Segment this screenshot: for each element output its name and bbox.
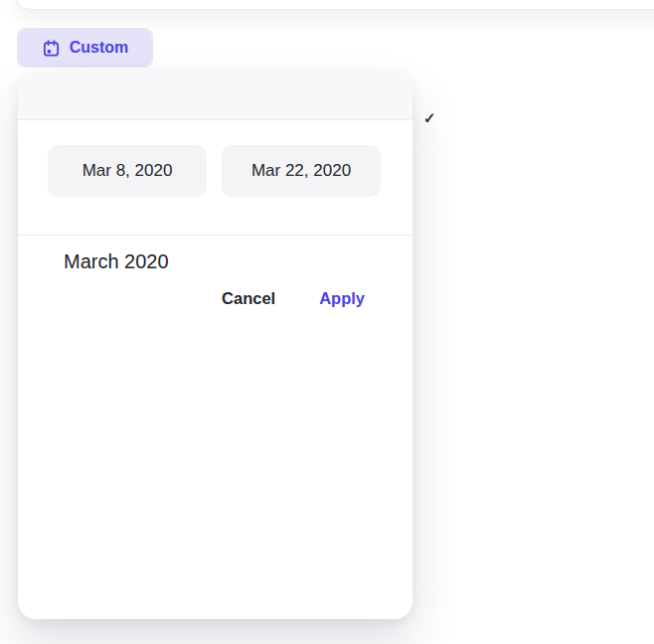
cancel-button[interactable]: Cancel — [222, 289, 275, 308]
custom-range-button[interactable]: Custom — [18, 29, 152, 67]
custom-range-label: Custom — [70, 39, 129, 57]
month-label: March 2020 — [64, 250, 412, 273]
screen: { "colors": { "accent": "#4b44d9", "acce… — [0, 0, 654, 644]
calendar-icon — [42, 39, 61, 58]
date-range-toolbar: Custom — [17, 28, 153, 68]
end-date-input[interactable]: Mar 22, 2020 — [222, 145, 381, 197]
date-picker-popup: Mar 8, 2020 Mar 22, 2020 March 2020 Canc… — [18, 72, 412, 619]
weekday-header — [18, 224, 412, 236]
picker-footer: Cancel Apply — [18, 275, 412, 308]
start-date-input[interactable]: Mar 8, 2020 — [48, 145, 207, 197]
check-icon: ✓ — [423, 109, 436, 127]
picker-tabs — [18, 72, 412, 120]
date-inputs-row: Mar 8, 2020 Mar 22, 2020 — [18, 120, 412, 197]
apply-button[interactable]: Apply — [319, 289, 365, 308]
top-cutoff-card — [16, 0, 654, 10]
